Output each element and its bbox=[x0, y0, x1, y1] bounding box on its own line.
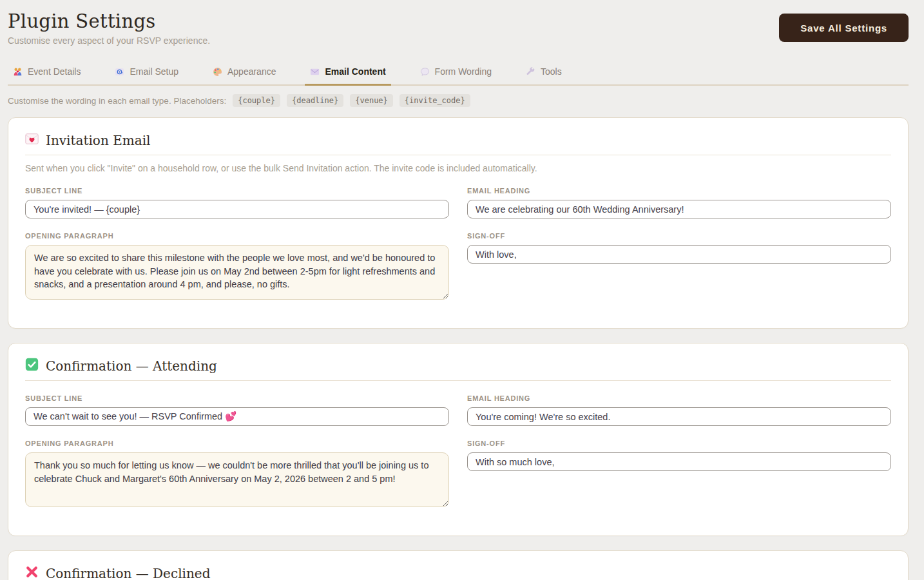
tab-form-wording[interactable]: Form Wording bbox=[415, 63, 497, 84]
opening-field-group: OPENING PARAGRAPH bbox=[25, 218, 449, 302]
opening-field-group: OPENING PARAGRAPH bbox=[25, 426, 449, 510]
settings-tab-bar: Event Details Email Setup Appearance Ema… bbox=[8, 63, 909, 86]
palette-icon bbox=[213, 67, 222, 77]
email-heading-input[interactable] bbox=[467, 407, 891, 426]
sign-off-label: SIGN-OFF bbox=[467, 440, 891, 447]
tab-label: Tools bbox=[541, 66, 562, 77]
title-block: Plugin Settings Customise every aspect o… bbox=[8, 10, 210, 46]
placeholder-chip-venue: {venue} bbox=[350, 94, 393, 107]
opening-paragraph-textarea[interactable] bbox=[25, 452, 449, 507]
email-heading-label: EMAIL HEADING bbox=[467, 187, 891, 195]
placeholder-chip-invite-code: {invite_code} bbox=[399, 94, 470, 107]
opening-paragraph-label: OPENING PARAGRAPH bbox=[25, 440, 449, 447]
fields-grid: SUBJECT LINE EMAIL HEADING OPENING PARAG… bbox=[25, 381, 891, 510]
subject-line-input[interactable] bbox=[25, 407, 449, 426]
save-all-settings-button[interactable]: Save All Settings bbox=[779, 14, 909, 42]
signoff-field-group: SIGN-OFF bbox=[467, 426, 891, 471]
tab-label: Event Details bbox=[28, 66, 81, 77]
heading-field-group: EMAIL HEADING bbox=[467, 173, 891, 218]
email-at-icon bbox=[115, 67, 124, 77]
placeholders-bar: Customise the wording in each email type… bbox=[8, 94, 909, 107]
page-title: Plugin Settings bbox=[8, 10, 210, 32]
tab-label: Form Wording bbox=[435, 66, 492, 77]
sign-off-label: SIGN-OFF bbox=[467, 232, 891, 240]
opening-paragraph-label: OPENING PARAGRAPH bbox=[25, 232, 449, 240]
card-confirmation-declined: Confirmation — Declined bbox=[8, 550, 909, 580]
subject-line-input[interactable] bbox=[25, 200, 449, 218]
card-title: Invitation Email bbox=[46, 133, 150, 148]
opening-paragraph-textarea[interactable] bbox=[25, 245, 449, 300]
signoff-field-group: SIGN-OFF bbox=[467, 218, 891, 264]
card-invitation-email: Invitation Email Sent when you click "In… bbox=[8, 117, 909, 329]
card-confirmation-attending: Confirmation — Attending SUBJECT LINE EM… bbox=[8, 343, 909, 536]
tab-label: Appearance bbox=[227, 66, 276, 77]
fields-grid: SUBJECT LINE EMAIL HEADING OPENING PARAG… bbox=[25, 173, 891, 302]
envelope-icon bbox=[310, 67, 320, 77]
card-heading: Confirmation — Declined bbox=[25, 565, 891, 580]
wrench-icon bbox=[526, 67, 535, 77]
settings-page: Plugin Settings Customise every aspect o… bbox=[8, 0, 909, 580]
page-header: Plugin Settings Customise every aspect o… bbox=[8, 0, 909, 46]
cross-icon bbox=[25, 565, 39, 580]
tab-email-setup[interactable]: Email Setup bbox=[110, 63, 183, 84]
tab-appearance[interactable]: Appearance bbox=[207, 63, 282, 84]
card-title: Confirmation — Declined bbox=[46, 566, 210, 580]
tab-email-content[interactable]: Email Content bbox=[305, 63, 390, 84]
card-heading: Invitation Email bbox=[25, 132, 891, 148]
tab-label: Email Content bbox=[325, 66, 385, 77]
sign-off-input[interactable] bbox=[467, 452, 891, 471]
love-letter-icon bbox=[25, 132, 39, 148]
placeholders-intro: Customise the wording in each email type… bbox=[8, 96, 226, 106]
subject-line-label: SUBJECT LINE bbox=[25, 394, 449, 402]
subject-field-group: SUBJECT LINE bbox=[25, 173, 449, 218]
speech-bubble-icon bbox=[420, 67, 430, 77]
heading-field-group: EMAIL HEADING bbox=[467, 381, 891, 426]
card-title: Confirmation — Attending bbox=[46, 358, 217, 374]
sign-off-input[interactable] bbox=[467, 245, 891, 264]
card-heading: Confirmation — Attending bbox=[25, 358, 891, 374]
placeholder-chip-couple: {couple} bbox=[233, 94, 280, 107]
email-heading-label: EMAIL HEADING bbox=[467, 394, 891, 402]
card-description: Sent when you click "Invite" on a househ… bbox=[25, 163, 891, 173]
page-subtitle: Customise every aspect of your RSVP expe… bbox=[8, 35, 210, 46]
tab-event-details[interactable]: Event Details bbox=[8, 63, 86, 84]
tab-label: Email Setup bbox=[130, 66, 178, 77]
check-icon bbox=[25, 358, 39, 374]
email-heading-input[interactable] bbox=[467, 200, 891, 218]
tab-tools[interactable]: Tools bbox=[521, 63, 567, 84]
couple-icon bbox=[13, 67, 23, 77]
divider bbox=[25, 155, 891, 155]
subject-line-label: SUBJECT LINE bbox=[25, 187, 449, 195]
subject-field-group: SUBJECT LINE bbox=[25, 381, 449, 426]
placeholder-chip-deadline: {deadline} bbox=[287, 94, 343, 107]
